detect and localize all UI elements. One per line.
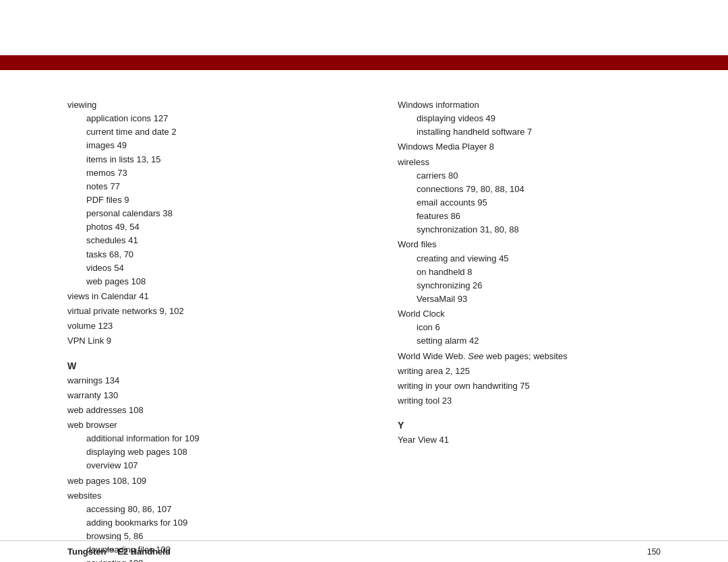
sub-entry: photos 49, 54 [67, 220, 357, 234]
sub-entry: installing handheld software 7 [398, 125, 688, 139]
content-area: viewingapplication icons 127current time… [0, 77, 728, 562]
main-entry: World Wide Web. See web pages; websites [398, 350, 688, 363]
sub-entry: memos 73 [67, 166, 357, 180]
section-letter: W [67, 361, 357, 371]
sub-entry: notes 77 [67, 180, 357, 193]
main-entry: writing tool 23 [398, 394, 688, 408]
sub-entry: personal calendars 38 [67, 207, 357, 220]
main-entry: viewing [67, 98, 357, 112]
main-entry: VPN Link 9 [67, 334, 357, 348]
main-entry: web pages 108, 109 [67, 474, 357, 488]
sub-entry: carriers 80 [398, 169, 688, 183]
main-entry: World Clock [398, 307, 688, 321]
main-entry: websites [67, 489, 357, 503]
sub-entry: items in lists 13, 15 [67, 153, 357, 166]
main-entry: Windows information [398, 98, 688, 112]
sub-entry: creating and viewing 45 [398, 252, 688, 266]
sub-entry: on handheld 8 [398, 266, 688, 279]
section-letter: Y [398, 420, 688, 431]
main-entry: wireless [398, 156, 688, 169]
red-bar [0, 55, 728, 70]
sub-entry: adding bookmarks for 109 [67, 516, 357, 530]
sub-entry: web pages 108 [67, 275, 357, 288]
main-entry: virtual private networks 9, 102 [67, 305, 357, 318]
sub-entry: synchronization 31, 80, 88 [398, 223, 688, 237]
main-entry: Year View 41 [398, 433, 688, 447]
main-entry: web addresses 108 [67, 404, 357, 417]
main-entry: writing in your own handwriting 75 [398, 379, 688, 393]
sub-entry: current time and date 2 [67, 125, 357, 139]
sub-entry: videos 54 [67, 261, 357, 275]
sub-entry: accessing 80, 86, 107 [67, 503, 357, 516]
left-column: viewingapplication icons 127current time… [67, 97, 384, 562]
sub-entry: setting alarm 42 [398, 334, 688, 348]
sub-entry: displaying videos 49 [398, 112, 688, 125]
main-entry: views in Calendar 41 [67, 290, 357, 303]
sub-entry: PDF files 9 [67, 193, 357, 207]
right-column: Windows informationdisplaying videos 49i… [384, 97, 688, 562]
main-entry: writing area 2, 125 [398, 365, 688, 378]
sub-entry: displaying web pages 108 [67, 445, 357, 459]
footer-brand: Tungsten™ E2 Handheld [67, 547, 171, 557]
footer-page-number: 150 [647, 547, 661, 557]
main-entry: Windows Media Player 8 [398, 140, 688, 154]
main-entry: warranty 130 [67, 389, 357, 402]
main-entry: warnings 134 [67, 374, 357, 387]
sub-entry: VersaMail 93 [398, 292, 688, 306]
sub-entry: additional information for 109 [67, 432, 357, 445]
sub-entry: images 49 [67, 139, 357, 152]
main-entry: volume 123 [67, 319, 357, 333]
sub-entry: overview 107 [67, 459, 357, 472]
sub-entry: email accounts 95 [398, 196, 688, 210]
sub-entry: application icons 127 [67, 112, 357, 125]
sub-entry: connections 79, 80, 88, 104 [398, 183, 688, 196]
sub-entry: icon 6 [398, 321, 688, 334]
footer: Tungsten™ E2 Handheld 150 [0, 540, 728, 562]
sub-entry: tasks 68, 70 [67, 248, 357, 261]
top-white-bar [0, 0, 728, 55]
sub-entry: schedules 41 [67, 234, 357, 247]
main-entry: web browser [67, 418, 357, 432]
sub-entry: synchronizing 26 [398, 279, 688, 292]
sub-entry: features 86 [398, 210, 688, 223]
main-entry: Word files [398, 238, 688, 251]
